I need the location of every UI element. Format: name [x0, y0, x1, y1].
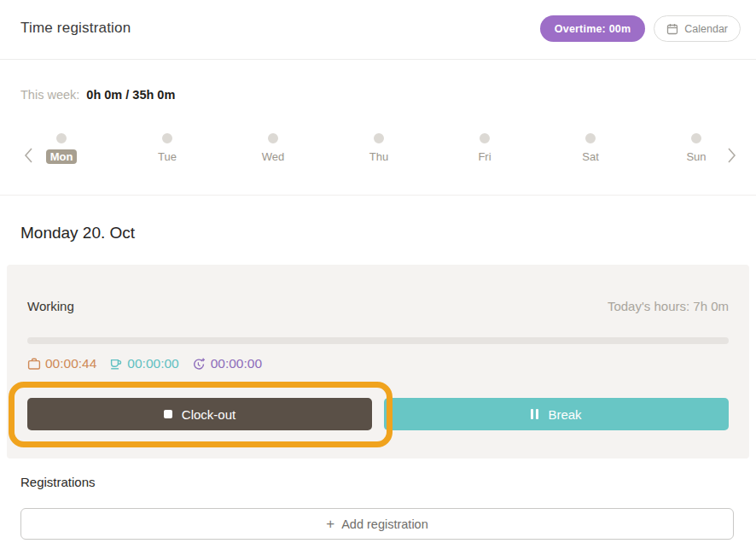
break-button-label: Break	[548, 407, 581, 422]
break-timer-value: 00:00:00	[127, 356, 178, 371]
day-item-thu[interactable]: Thu	[358, 133, 399, 164]
day-item-fri[interactable]: Fri	[464, 133, 505, 164]
break-timer: 00:00:00	[109, 356, 178, 371]
overtime-timer: 00:00:00	[192, 356, 262, 371]
next-week-button[interactable]	[724, 145, 739, 166]
previous-week-button[interactable]	[20, 145, 36, 166]
day-label: Mon	[46, 149, 78, 164]
day-item-mon[interactable]: Mon	[41, 133, 82, 164]
break-button[interactable]: Break	[384, 398, 729, 430]
day-item-wed[interactable]: Wed	[253, 133, 294, 164]
pause-icon	[531, 409, 538, 419]
day-label: Fri	[478, 149, 491, 164]
working-panel-header: Working Today's hours: 7h 0m	[27, 299, 729, 313]
day-label: Wed	[262, 149, 285, 164]
overtime-clock-icon	[192, 357, 206, 371]
day-label: Sun	[686, 149, 706, 164]
clock-out-button-label: Clock-out	[182, 407, 236, 422]
day-item-sat[interactable]: Sat	[570, 133, 611, 164]
header: Time registration Overtime: 00m Calendar	[0, 0, 756, 60]
coffee-cup-icon	[109, 357, 123, 371]
action-buttons: Clock-out Break	[27, 398, 729, 430]
chevron-left-icon	[24, 147, 33, 164]
overtime-timer-value: 00:00:00	[211, 356, 262, 371]
chevron-right-icon	[727, 147, 736, 164]
section-divider	[0, 195, 756, 196]
day-list: Mon Tue Wed Thu Fri Sat	[41, 133, 717, 164]
overtime-badge: Overtime: 00m	[540, 15, 645, 42]
clock-out-button[interactable]: Clock-out	[27, 398, 372, 430]
working-panel: Working Today's hours: 7h 0m 00:00:44	[7, 265, 749, 459]
day-progress-ring	[374, 133, 384, 143]
day-item-tue[interactable]: Tue	[147, 133, 188, 164]
day-label: Tue	[158, 149, 177, 164]
page-title: Time registration	[20, 20, 131, 37]
day-progress-ring	[56, 133, 67, 143]
day-progress-ring	[162, 133, 172, 143]
header-actions: Overtime: 00m Calendar	[540, 15, 741, 42]
day-label: Thu	[369, 149, 388, 164]
calendar-icon	[666, 23, 678, 35]
calendar-button-label: Calendar	[684, 23, 728, 35]
selected-day-heading: Monday 20. Oct	[20, 224, 135, 242]
briefcase-icon	[27, 357, 41, 371]
day-progress-ring	[268, 133, 278, 143]
day-progress-ring	[585, 133, 596, 143]
week-summary-label: This week:	[20, 88, 79, 102]
work-timer: 00:00:44	[27, 356, 96, 371]
add-registration-button[interactable]: + Add registration	[20, 508, 734, 540]
day-item-sun[interactable]: Sun	[676, 133, 717, 164]
overtime-badge-label: Overtime: 00m	[555, 23, 631, 35]
calendar-button[interactable]: Calendar	[654, 15, 741, 42]
week-summary: This week: 0h 0m / 35h 0m	[20, 88, 175, 102]
day-selector: Mon Tue Wed Thu Fri Sat	[0, 133, 756, 184]
stop-icon	[164, 410, 172, 418]
day-label: Sat	[582, 149, 599, 164]
todays-hours-label: Today's hours: 7h 0m	[608, 299, 729, 313]
day-progress-ring	[480, 133, 490, 143]
day-progress-bar	[27, 337, 729, 344]
add-registration-label: Add registration	[341, 517, 428, 531]
work-timer-value: 00:00:44	[45, 356, 96, 371]
status-label: Working	[27, 299, 74, 313]
week-summary-value: 0h 0m / 35h 0m	[86, 88, 175, 102]
time-registration-page: Time registration Overtime: 00m Calendar	[0, 0, 756, 555]
timer-row: 00:00:44 00:00:00	[27, 356, 262, 371]
day-progress-ring	[691, 133, 701, 143]
registrations-heading: Registrations	[20, 475, 96, 489]
plus-icon: +	[326, 517, 334, 531]
